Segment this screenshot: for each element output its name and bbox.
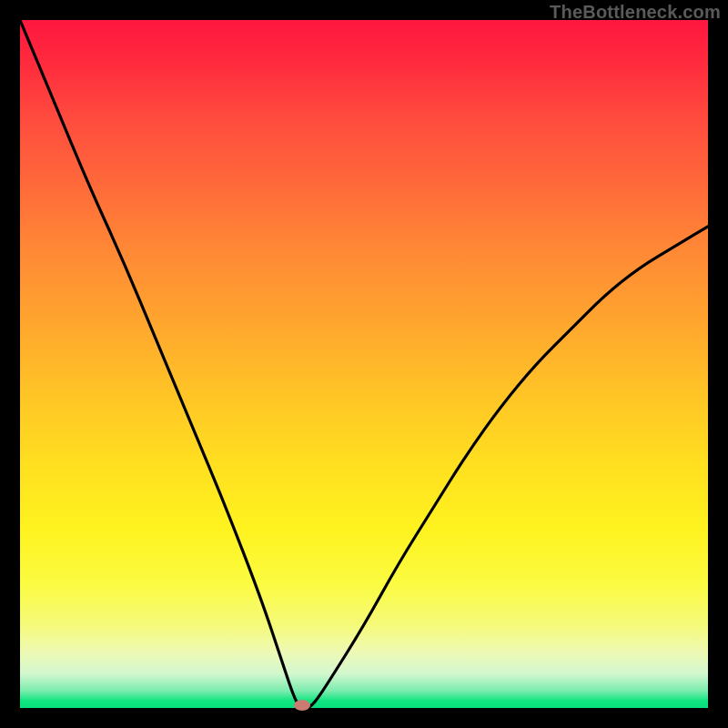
bottleneck-curve bbox=[20, 20, 708, 708]
plot-area bbox=[20, 20, 708, 708]
optimal-point-marker bbox=[294, 700, 310, 711]
chart-frame: TheBottleneck.com bbox=[0, 0, 728, 728]
